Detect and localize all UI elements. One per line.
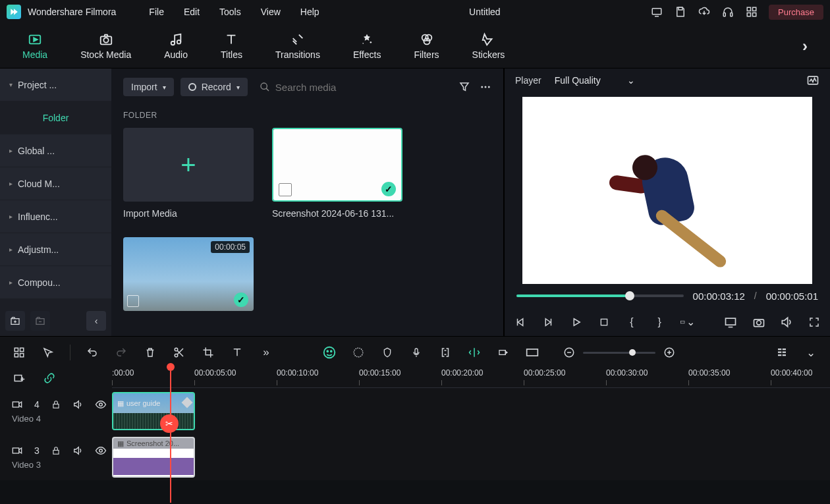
tab-titles[interactable]: Titles: [221, 32, 242, 60]
collapse-sidebar-icon[interactable]: ‹: [86, 311, 106, 331]
headphones-icon[interactable]: [721, 5, 734, 18]
import-button[interactable]: Import▾: [123, 78, 174, 96]
track-options-icon[interactable]: ⌄: [804, 345, 818, 360]
tab-media[interactable]: Media: [22, 32, 47, 60]
record-button[interactable]: Record▾: [180, 78, 248, 96]
filter-icon[interactable]: [458, 81, 470, 93]
media-tile-import[interactable]: + Import Media: [123, 128, 254, 219]
display-icon[interactable]: [650, 5, 663, 18]
playhead[interactable]: [167, 363, 175, 503]
delete-icon[interactable]: [143, 345, 157, 360]
split-icon[interactable]: [172, 345, 186, 360]
media-tile-video[interactable]: 00:00:05✓: [123, 237, 254, 318]
visibility-icon[interactable]: [95, 446, 107, 455]
keyframe-icon[interactable]: [182, 397, 193, 408]
keyframe-tool-icon[interactable]: [496, 345, 511, 360]
link-icon[interactable]: [42, 371, 57, 385]
mute-icon[interactable]: [72, 399, 83, 410]
track-body[interactable]: ▦user guide ✂: [112, 388, 830, 434]
undo-icon[interactable]: [85, 345, 99, 360]
tab-transitions[interactable]: Transitions: [275, 32, 320, 60]
scrub-thumb-icon[interactable]: [625, 291, 634, 300]
scopes-icon[interactable]: [806, 74, 819, 87]
snapshot-icon[interactable]: [752, 315, 765, 329]
audio-mixer-icon[interactable]: [438, 345, 453, 360]
add-track-icon[interactable]: [12, 371, 26, 385]
clip-video3[interactable]: ▦Screenshot 20...: [112, 437, 195, 478]
sidebar-item-cloud[interactable]: ▸Cloud M...: [0, 167, 111, 200]
volume-icon[interactable]: [780, 315, 793, 329]
delete-folder-icon[interactable]: [30, 311, 50, 331]
purchase-button[interactable]: Purchase: [769, 5, 823, 20]
play-icon[interactable]: [569, 315, 582, 329]
sidebar-item-global[interactable]: ▸Global ...: [0, 134, 111, 167]
crop-icon[interactable]: [201, 345, 215, 360]
marker-icon[interactable]: [380, 345, 395, 360]
track-view-icon[interactable]: [775, 345, 789, 360]
track-body[interactable]: ▦Screenshot 20...: [112, 434, 830, 480]
render-preview-icon[interactable]: [467, 345, 482, 360]
more-options-icon[interactable]: [480, 81, 491, 93]
quality-dropdown[interactable]: Full Quality⌄: [555, 75, 635, 86]
mark-out-icon[interactable]: }: [653, 315, 666, 329]
text-tool-icon[interactable]: [230, 345, 244, 360]
zoom-in-icon[interactable]: [662, 345, 677, 360]
mark-in-icon[interactable]: {: [625, 315, 638, 329]
redo-icon[interactable]: [114, 345, 128, 360]
aspect-icon[interactable]: [525, 345, 540, 360]
player-viewport[interactable]: [505, 93, 830, 284]
tab-stickers[interactable]: Stickers: [472, 32, 505, 60]
cloud-download-icon[interactable]: [698, 5, 711, 18]
sidebar-item-influence[interactable]: ▸Influenc...: [0, 200, 111, 233]
sidebar-item-folder[interactable]: Folder: [0, 101, 111, 134]
prev-frame-icon[interactable]: [514, 315, 527, 329]
sidebar-item-project[interactable]: ▾Project ...: [0, 69, 111, 101]
track-row-video3: 3 Video 3 ▦Screenshot 20...: [0, 434, 830, 480]
split-cursor-icon[interactable]: ✂: [160, 414, 179, 433]
menu-tools[interactable]: Tools: [219, 7, 241, 17]
stop-icon[interactable]: [597, 315, 611, 329]
svg-point-15: [362, 43, 364, 44]
svg-rect-52: [14, 376, 22, 381]
visibility-icon[interactable]: [95, 400, 107, 409]
zoom-out-icon[interactable]: [562, 345, 576, 360]
track-header[interactable]: 4 Video 4: [0, 397, 112, 426]
apps-icon[interactable]: [745, 5, 758, 18]
mute-icon[interactable]: [72, 445, 83, 456]
ai-assistant-icon[interactable]: [322, 345, 337, 360]
fullscreen-icon[interactable]: [808, 315, 821, 329]
zoom-slider[interactable]: [583, 352, 655, 354]
sidebar-item-compound[interactable]: ▸Compou...: [0, 266, 111, 299]
ratio-dropdown[interactable]: ⌄: [680, 315, 695, 329]
tabs-more-icon[interactable]: ›: [802, 37, 808, 55]
timeline-ruler[interactable]: :00:00 00:00:05:00 00:00:10:00 00:00:15:…: [112, 368, 830, 388]
menu-help[interactable]: Help: [300, 7, 319, 17]
svg-point-11: [103, 38, 108, 42]
sidebar-item-adjustment[interactable]: ▸Adjustm...: [0, 233, 111, 266]
step-back-icon[interactable]: [541, 315, 555, 329]
more-tools-icon[interactable]: »: [259, 345, 273, 360]
save-icon[interactable]: [674, 5, 687, 18]
display-out-icon[interactable]: [724, 315, 737, 329]
search-input[interactable]: [275, 82, 447, 93]
menu-view[interactable]: View: [261, 7, 281, 17]
scrub-track[interactable]: [516, 294, 684, 297]
timeline-area: » ⌄ :00:00 00:00:05:00 00:00:10:00 00:00…: [0, 336, 830, 480]
track-header[interactable]: 3 Video 3: [0, 443, 112, 472]
layout-icon[interactable]: [12, 345, 26, 360]
tab-effects[interactable]: Effects: [353, 32, 381, 60]
new-folder-icon[interactable]: [5, 311, 25, 331]
lock-icon[interactable]: [51, 445, 61, 456]
voiceover-icon[interactable]: [409, 345, 424, 360]
media-tile-image[interactable]: ✓ Screenshot 2024-06-16 131...: [272, 128, 402, 219]
tab-filters[interactable]: Filters: [414, 32, 439, 60]
tab-stock-media[interactable]: Stock Media: [80, 32, 131, 60]
color-wheel-icon[interactable]: [351, 345, 366, 360]
select-tool-icon[interactable]: [41, 345, 55, 360]
menu-file[interactable]: File: [149, 7, 164, 17]
clip-video4[interactable]: ▦user guide: [112, 392, 195, 430]
svg-point-14: [370, 41, 372, 42]
menu-edit[interactable]: Edit: [184, 7, 200, 17]
lock-icon[interactable]: [51, 399, 61, 410]
tab-audio[interactable]: Audio: [164, 32, 188, 60]
